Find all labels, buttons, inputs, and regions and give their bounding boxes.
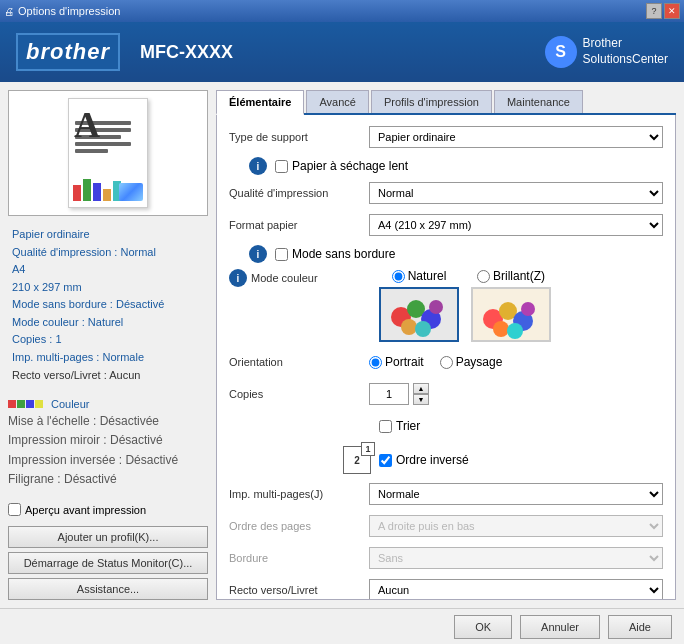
recto-verso-select[interactable]: Aucun Recto verso Livret bbox=[369, 579, 663, 600]
info-format: A4 bbox=[12, 261, 204, 279]
portrait-radio[interactable] bbox=[369, 356, 382, 369]
brillant-radio-label: Brillant(Z) bbox=[477, 269, 545, 283]
multi-pages-icon: 2 1 bbox=[343, 446, 371, 474]
color-sq-blue bbox=[26, 400, 34, 408]
papier-sechage-row: i Papier à séchage lent bbox=[249, 157, 663, 175]
copies-down-btn[interactable]: ▼ bbox=[413, 394, 429, 405]
brother-logo: brother bbox=[16, 33, 120, 71]
left-bottom-buttons: Ajouter un profil(K)... Démarrage de Sta… bbox=[8, 526, 208, 600]
recto-verso-label: Recto verso/Livret bbox=[229, 584, 369, 596]
recto-verso-row: Recto verso/Livret Aucun Recto verso Liv… bbox=[229, 578, 663, 600]
mode-couleur-label: Mode couleur bbox=[251, 272, 318, 284]
ordre-pages-row: Ordre des pages A droite puis en bas bbox=[229, 514, 663, 538]
naturel-radio-label: Naturel bbox=[392, 269, 447, 283]
papier-sechage-checkbox[interactable] bbox=[275, 160, 288, 173]
mode-couleur-label-group: i Mode couleur bbox=[229, 269, 379, 287]
preview-chart bbox=[73, 173, 143, 201]
tab-elementaire[interactable]: Élémentaire bbox=[216, 90, 304, 115]
chart-landscape bbox=[119, 183, 143, 201]
info-icon-bordure[interactable]: i bbox=[249, 245, 267, 263]
format-papier-control: A4 (210 x 297 mm) A5 Letter bbox=[369, 214, 663, 236]
ordre-inverse-checkbox[interactable] bbox=[379, 454, 392, 467]
color-squares bbox=[8, 400, 43, 408]
ordre-inverse-row: 2 1 Ordre inversé bbox=[229, 446, 663, 474]
brillant-radio[interactable] bbox=[477, 270, 490, 283]
color-detail-mirror: Impression miroir : Désactivé bbox=[8, 431, 208, 450]
tabs-row: Élémentaire Avancé Profils d'impression … bbox=[216, 90, 676, 115]
print-info: Papier ordinaire Qualité d'impression : … bbox=[8, 222, 208, 388]
naturel-label: Naturel bbox=[408, 269, 447, 283]
papier-sechage-label: Papier à séchage lent bbox=[275, 159, 408, 173]
trier-row: Trier bbox=[379, 414, 663, 438]
info-dimensions: 210 x 297 mm bbox=[12, 279, 204, 297]
recto-verso-control: Aucun Recto verso Livret bbox=[369, 579, 663, 600]
format-papier-select[interactable]: A4 (210 x 297 mm) A5 Letter bbox=[369, 214, 663, 236]
help-button[interactable]: ? bbox=[646, 3, 662, 19]
type-support-label: Type de support bbox=[229, 131, 369, 143]
paysage-radio[interactable] bbox=[440, 356, 453, 369]
assistance-button[interactable]: Assistance... bbox=[8, 578, 208, 600]
brillant-preview[interactable] bbox=[471, 287, 551, 342]
preview-page: A bbox=[68, 98, 148, 208]
bordure-select[interactable]: Sans bbox=[369, 547, 663, 569]
brand-name: brother bbox=[26, 39, 110, 64]
title-bar: 🖨 Options d'impression ? ✕ bbox=[0, 0, 684, 22]
bottom-right-buttons: OK Annuler Aide bbox=[454, 615, 672, 639]
trier-label: Trier bbox=[379, 419, 420, 433]
close-button[interactable]: ✕ bbox=[664, 3, 680, 19]
info-icon-couleur[interactable]: i bbox=[229, 269, 247, 287]
color-mode-options: Naturel bbox=[379, 269, 551, 342]
status-monitor-button[interactable]: Démarrage de Status Monitor(C)... bbox=[8, 552, 208, 574]
solutions-line2: SolutionsCenter bbox=[583, 52, 668, 68]
color-section-title: Couleur bbox=[51, 398, 90, 410]
trier-checkbox[interactable] bbox=[379, 420, 392, 433]
qualite-select[interactable]: Normal Brouillon Fin bbox=[369, 182, 663, 204]
color-sq-yellow bbox=[35, 400, 43, 408]
model-name: MFC-XXXX bbox=[140, 42, 233, 63]
copies-label: Copies bbox=[229, 388, 369, 400]
copies-up-btn[interactable]: ▲ bbox=[413, 383, 429, 394]
apercu-checkbox[interactable] bbox=[8, 503, 21, 516]
preview-line-5 bbox=[75, 149, 108, 153]
type-support-select[interactable]: Papier ordinaire Papier épais Enveloppes bbox=[369, 126, 663, 148]
color-option-naturel: Naturel bbox=[379, 269, 459, 342]
mode-couleur-row: i Mode couleur Naturel bbox=[229, 269, 663, 342]
copies-row: Copies ▲ ▼ bbox=[229, 382, 663, 406]
tab-profils[interactable]: Profils d'impression bbox=[371, 90, 492, 113]
naturel-radio[interactable] bbox=[392, 270, 405, 283]
info-borderless: Mode sans bordure : Désactivé bbox=[12, 296, 204, 314]
format-papier-row: Format papier A4 (210 x 297 mm) A5 Lette… bbox=[229, 213, 663, 237]
info-quality: Qualité d'impression : Normal bbox=[12, 244, 204, 262]
svg-point-12 bbox=[521, 302, 535, 316]
annuler-button[interactable]: Annuler bbox=[520, 615, 600, 639]
imp-multipages-control: Normale 2 en 1 4 en 1 bbox=[369, 483, 663, 505]
orientation-row: Orientation Portrait Paysage bbox=[229, 350, 663, 374]
ok-button[interactable]: OK bbox=[454, 615, 512, 639]
mode-sans-bordure-checkbox[interactable] bbox=[275, 248, 288, 261]
mode-sans-bordure-label: Mode sans bordure bbox=[275, 247, 395, 261]
color-detail-scale: Mise à l'échelle : Désactivée bbox=[8, 412, 208, 431]
solutions-center[interactable]: S Brother SolutionsCenter bbox=[545, 36, 668, 68]
info-icon-sechage[interactable]: i bbox=[249, 157, 267, 175]
bordure-label: Bordure bbox=[229, 552, 369, 564]
multi-pages-sub-icon: 1 bbox=[361, 442, 375, 456]
aide-button[interactable]: Aide bbox=[608, 615, 672, 639]
apercu-row: Aperçu avant impression bbox=[8, 503, 208, 516]
color-sq-red bbox=[8, 400, 16, 408]
add-profile-button[interactable]: Ajouter un profil(K)... bbox=[8, 526, 208, 548]
bordure-control: Sans bbox=[369, 547, 663, 569]
copies-input[interactable] bbox=[369, 383, 409, 405]
title-bar-title: Options d'impression bbox=[18, 5, 120, 17]
imp-multipages-select[interactable]: Normale 2 en 1 4 en 1 bbox=[369, 483, 663, 505]
tab-avance[interactable]: Avancé bbox=[306, 90, 369, 113]
bordure-row: Bordure Sans bbox=[229, 546, 663, 570]
naturel-preview[interactable] bbox=[379, 287, 459, 342]
type-support-control: Papier ordinaire Papier épais Enveloppes bbox=[369, 126, 663, 148]
chart-bar-3 bbox=[93, 183, 101, 201]
ordre-pages-select[interactable]: A droite puis en bas bbox=[369, 515, 663, 537]
color-detail-watermark: Filigrane : Désactivé bbox=[8, 470, 208, 489]
tab-maintenance[interactable]: Maintenance bbox=[494, 90, 583, 113]
qualite-control: Normal Brouillon Fin bbox=[369, 182, 663, 204]
chart-bar-2 bbox=[83, 179, 91, 201]
svg-point-4 bbox=[401, 319, 417, 335]
